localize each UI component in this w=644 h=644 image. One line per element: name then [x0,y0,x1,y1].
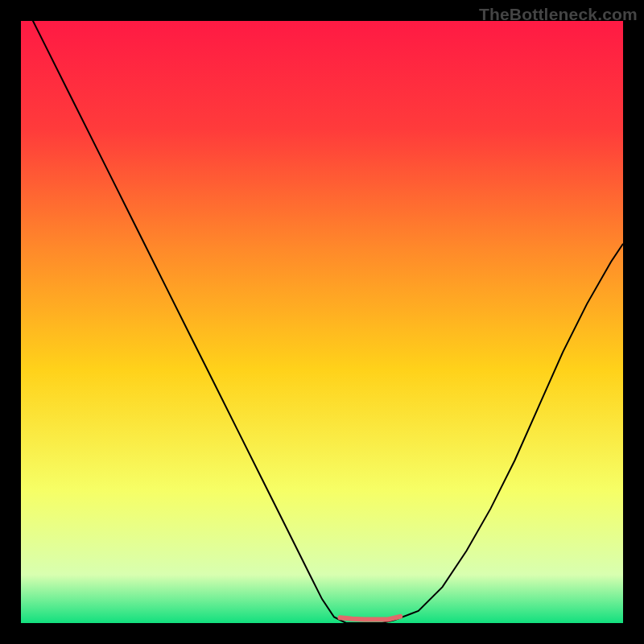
gradient-background [21,21,623,623]
plot-area [21,21,623,623]
watermark-text: TheBottleneck.com [479,5,638,24]
chart-svg [21,21,623,623]
chart-frame: TheBottleneck.com [0,0,644,644]
